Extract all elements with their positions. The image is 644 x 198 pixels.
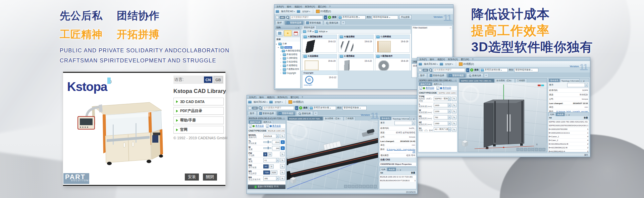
close-icon[interactable]: ✕ <box>399 169 401 171</box>
view-tool-icon[interactable] <box>374 185 377 188</box>
new-tab-button[interactable]: + <box>314 111 318 115</box>
length-input[interactable]: 09.6 <box>272 140 280 144</box>
close-icon[interactable]: ✕ <box>298 27 299 29</box>
maximize-icon[interactable]: □ <box>455 80 456 82</box>
part-cell[interactable]: A.微型输送模组 19-6-13 <box>302 35 337 53</box>
panel-tab[interactable]: 零部件选择 <box>302 26 317 29</box>
category-select[interactable]: 零部件组和单体▾ <box>372 15 398 19</box>
edit-button[interactable]: ✎ <box>452 121 457 126</box>
view-tool-icon[interactable] <box>528 148 531 151</box>
view-tool-icon[interactable] <box>370 185 373 188</box>
edit-button[interactable]: ✎ <box>280 152 285 156</box>
bom-row[interactable]: BS25LB-1009-240-S-V1-NY-T20l-1B1 <box>379 175 416 179</box>
menu-item[interactable]: 视图(V) <box>294 5 302 8</box>
history-button[interactable] <box>292 30 300 36</box>
toggle-option[interactable]: NY <box>263 164 269 168</box>
tab-part-selection[interactable]: 零部件选择 <box>428 73 446 78</box>
edit-button[interactable]: ✎ <box>280 134 285 138</box>
step-button[interactable]: STEP▾ <box>274 100 283 104</box>
view-tool-icon[interactable] <box>531 148 534 151</box>
menu-item[interactable]: 窗口(W) <box>318 5 326 8</box>
tab-assistant[interactable]: 助手 <box>275 20 284 25</box>
menu-item[interactable]: ? <box>472 58 474 60</box>
menu-item[interactable]: 附加件(X) <box>305 5 315 8</box>
tab-part-selection[interactable]: 零部件选择 <box>285 20 304 25</box>
abc-badge[interactable]: ABC <box>252 107 258 109</box>
bom-row[interactable]: SDPR21600120076019903A3A1A3A1A3A1A3A11 <box>548 124 589 128</box>
view-tool-icon[interactable] <box>524 148 527 151</box>
view-tool-icon[interactable] <box>535 148 538 151</box>
search-dropdown[interactable]: ▾ <box>295 106 298 110</box>
menu-item[interactable]: 输出 <box>287 5 291 8</box>
view-tool-icon[interactable] <box>359 185 362 188</box>
tree-item[interactable]: ›E.通用模组 <box>275 64 300 67</box>
step-button[interactable]: STEP▾ <box>301 10 311 13</box>
show-all-link[interactable]: ✓显示全部 <box>266 125 281 128</box>
view-tool-icon[interactable] <box>344 185 347 188</box>
bom-row[interactable]: B=A0139611461212-B2 <box>548 142 589 146</box>
language-gb-button[interactable]: GB <box>214 76 223 83</box>
menu-item[interactable]: 视图(V) <box>267 96 275 99</box>
edit-button[interactable]: ✎ <box>452 127 457 132</box>
edit-button[interactable]: ✎ <box>280 158 285 162</box>
edit-button[interactable]: ✎ <box>452 115 457 119</box>
view-tool-icon[interactable] <box>348 185 351 188</box>
tab-search-results[interactable]: 搜索结果 <box>324 20 340 25</box>
show-all-link[interactable]: ✓显示全部 <box>436 87 451 90</box>
part-cell[interactable]: E.通用模组 19-4-22 <box>338 54 373 70</box>
bom-row[interactable]: B=1600120076019901 <box>548 128 589 131</box>
new-tab-button[interactable]: + <box>484 73 488 78</box>
edit-button[interactable]: ✎ <box>452 97 457 101</box>
export-cad-button[interactable]: 输出到CAD▾ <box>423 62 439 66</box>
start-search-button[interactable]: 开始搜索 <box>399 15 411 19</box>
tree-item[interactable]: ›C.供料模组 <box>275 56 300 60</box>
part-cell[interactable]: F.通用标准件 19-6-19 <box>375 54 410 70</box>
show-all-link[interactable]: ✓显示全部 <box>419 87 434 90</box>
search-icon[interactable] <box>429 68 432 71</box>
viewport-tab[interactable]: BS25LB-1009-240-S-V1-NY-T20l... <box>287 116 323 120</box>
tree-item[interactable]: ›A.微型输送模组 <box>275 49 300 53</box>
close-icon[interactable]: ✕ <box>568 114 570 116</box>
height2-select[interactable]: 1990▾ <box>434 121 451 126</box>
toggle-option[interactable]: S <box>263 152 267 156</box>
edit-button[interactable]: ✎ <box>280 170 285 175</box>
new-tab-button[interactable]: + <box>341 20 345 25</box>
tab-spec-list[interactable]: 规格已列表 <box>249 120 262 124</box>
view-tool-icon[interactable] <box>363 185 366 188</box>
tab-view-direction[interactable]: 视图方向 <box>262 120 273 124</box>
edit-button[interactable]: ✎ <box>452 109 457 113</box>
viewport-tab[interactable]: 拆分图纸（已有） <box>495 79 515 83</box>
toggle-option[interactable]: D <box>268 152 272 156</box>
breadcrumb-vendor[interactable]: kstopa <box>319 30 325 33</box>
tree-item[interactable]: ›B.输送模组 <box>275 53 300 56</box>
catalog-filter-select[interactable]: 所有目录和分类▾ <box>337 15 366 19</box>
abc-badge[interactable]: ABC <box>423 69 428 71</box>
model-select[interactable]: BS25LB▾ <box>263 134 279 138</box>
abc-badge[interactable]: ABC <box>280 16 285 19</box>
menu-item[interactable]: 附加件(X) <box>278 96 287 99</box>
search-icon[interactable] <box>286 16 289 19</box>
bom-row[interactable]: B=Caster_14 <box>548 135 589 139</box>
bom-row[interactable]: B=A1399114612-A2 <box>548 150 589 152</box>
maximize-icon[interactable]: □ <box>450 27 451 29</box>
toggle-option[interactable]: T20l <box>263 170 270 175</box>
copyright-cell[interactable]: Copyright © copyright 19-3-12 <box>302 70 338 89</box>
search-icon[interactable] <box>259 106 262 109</box>
viewport-3d[interactable]: BS25LB-1009-240-S-V1-NY-T20l... 拆分图纸（已有）… <box>286 116 378 189</box>
language-cn-button[interactable]: CN <box>204 77 212 83</box>
tab-spec-list[interactable]: 规格已列表 <box>419 82 432 86</box>
type-select[interactable]: SDPR2：双外门▾ <box>434 97 451 101</box>
catalog-view-button[interactable] <box>276 30 283 36</box>
tab-search-results[interactable]: 搜索结果 <box>467 73 483 78</box>
info-icon[interactable]: i <box>281 146 285 150</box>
menu-item[interactable]: 输出 <box>430 58 434 61</box>
maximize-icon[interactable]: □ <box>296 27 297 29</box>
search-label[interactable]: 搜索 <box>303 106 308 109</box>
toggle-option[interactable]: N <box>269 164 273 168</box>
view-2d-button[interactable]: 2D视图(2) <box>315 9 332 13</box>
door-style-select[interactable]: A3：双外门-面板左置▾ <box>434 127 451 132</box>
view-2d-button[interactable]: 2D视图(2) <box>287 100 305 104</box>
width-input[interactable]: 240 <box>272 146 280 150</box>
viewport-canvas[interactable]: X <box>459 83 547 152</box>
viewport-tab[interactable]: 二维视图 <box>515 79 527 83</box>
